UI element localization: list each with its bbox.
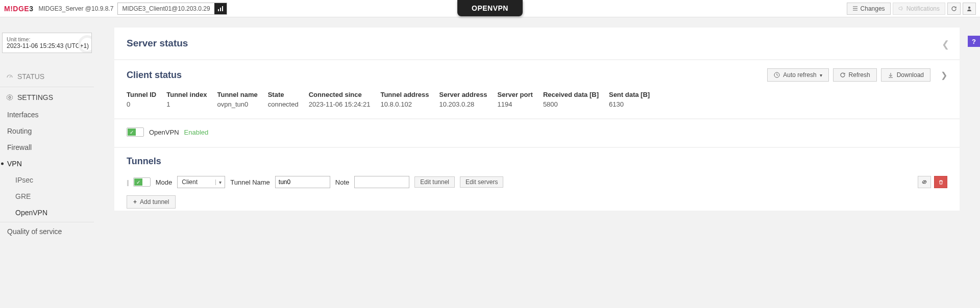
nav-ipsec[interactable]: IPsec	[0, 172, 94, 188]
content: Server status ❮ Client status Auto refre…	[94, 17, 980, 240]
unit-time-value: 2023-11-06 15:25:43 (UTC+1)	[7, 42, 87, 49]
user-icon	[966, 6, 972, 12]
drag-handle-icon[interactable]: ||	[127, 178, 128, 186]
th-server-address: Server address	[439, 91, 487, 98]
nav-settings[interactable]: SETTINGS	[0, 88, 94, 107]
nav-openvpn[interactable]: OpenVPN	[0, 204, 94, 221]
check-icon: ✓	[128, 129, 136, 136]
link-icon	[921, 179, 927, 185]
td-tunnel-name: ovpn_tun0	[217, 100, 257, 108]
reload-icon	[951, 6, 957, 12]
reload-button[interactable]	[947, 3, 961, 15]
tunnel-name-label: Tunnel Name	[230, 178, 270, 186]
svg-line-7	[10, 76, 11, 78]
mode-select[interactable]: Client ▾	[177, 176, 225, 188]
nav-vpn[interactable]: VPN	[0, 156, 94, 172]
unit-time-box: Unit time: 2023-11-06 15:25:43 (UTC+1)	[2, 33, 92, 53]
chevron-down-icon: ▾	[820, 72, 822, 78]
edit-tunnel-button[interactable]: Edit tunnel	[414, 176, 455, 188]
reload-icon	[840, 72, 846, 78]
openvpn-toggle-section: ✓ OpenVPN Enabled	[114, 119, 960, 147]
th-tunnel-index: Tunnel index	[166, 91, 207, 98]
trash-icon	[938, 179, 944, 185]
edit-servers-button[interactable]: Edit servers	[460, 176, 503, 188]
chevron-left-icon[interactable]: ❮	[942, 39, 949, 50]
td-tunnel-index: 1	[166, 100, 207, 108]
tunnel-enable-toggle[interactable]: ✓	[133, 177, 151, 187]
note-input[interactable]	[354, 176, 409, 188]
th-tunnel-address: Tunnel address	[380, 91, 429, 98]
nav-interfaces[interactable]: Interfaces	[0, 107, 94, 123]
delete-button[interactable]	[934, 176, 947, 188]
page-title: OPENVPN	[457, 0, 523, 16]
server-status-card: Server status ❮	[114, 28, 960, 59]
th-state: State	[268, 91, 299, 98]
nav-firewall[interactable]: Firewall	[0, 139, 94, 156]
megaphone-icon	[898, 6, 904, 11]
client-status-table: Tunnel ID0 Tunnel index1 Tunnel nameovpn…	[127, 91, 947, 108]
refresh-ring-icon	[78, 35, 92, 53]
svg-rect-0	[218, 9, 219, 11]
clock-icon	[774, 72, 780, 78]
th-received: Received data [B]	[543, 91, 599, 98]
tunnel-row: || ✓ Mode Client ▾ Tunnel Name Note Edit…	[127, 176, 947, 188]
nav-qos[interactable]: Quality of service	[0, 223, 94, 240]
collapse-icon[interactable]: ❯	[941, 70, 947, 80]
td-tunnel-id: 0	[127, 100, 156, 108]
unit-time-label: Unit time:	[7, 36, 87, 42]
svg-rect-2	[222, 6, 223, 11]
tunnels-title: Tunnels	[127, 156, 947, 167]
refresh-button[interactable]: Refresh	[833, 68, 877, 82]
openvpn-label: OpenVPN	[149, 129, 179, 136]
server-status-title: Server status	[127, 38, 947, 49]
plus-icon: +	[133, 198, 137, 206]
server-label: MIDGE3_Server @10.9.8.7	[38, 5, 113, 12]
notifications-button[interactable]: Notifications	[893, 3, 945, 15]
td-state: connected	[268, 100, 299, 108]
client-status-title: Client status	[127, 70, 182, 81]
tunnel-name-input[interactable]	[275, 176, 330, 188]
user-button[interactable]	[963, 3, 976, 15]
mode-value: Client	[178, 178, 215, 186]
client-label: MIDGE3_Client01@10.203.0.29	[118, 5, 214, 12]
svg-rect-1	[220, 8, 221, 11]
client-selector[interactable]: MIDGE3_Client01@10.203.0.29	[117, 3, 227, 15]
add-tunnel-button[interactable]: + Add tunnel	[127, 195, 176, 209]
note-label: Note	[335, 178, 349, 186]
openvpn-state: Enabled	[184, 129, 209, 136]
top-bar: M!DGE3 MIDGE3_Server @10.9.8.7 MIDGE3_Cl…	[0, 0, 980, 17]
td-tunnel-address: 10.8.0.102	[380, 100, 429, 108]
list-icon	[852, 6, 858, 11]
client-status-section: Client status Auto refresh ▾ Refresh	[114, 60, 960, 118]
nav-routing[interactable]: Routing	[0, 123, 94, 139]
chevron-down-icon: ▾	[215, 179, 225, 185]
product-logo: M!DGE3	[4, 5, 33, 13]
signal-icon	[214, 3, 227, 14]
check-icon: ✓	[134, 178, 142, 186]
link-button[interactable]	[918, 176, 931, 188]
gear-icon	[6, 94, 13, 101]
nav-status[interactable]: STATUS	[0, 67, 94, 86]
th-server-port: Server port	[498, 91, 533, 98]
th-connected-since: Connected since	[309, 91, 371, 98]
download-icon	[888, 72, 894, 78]
svg-point-8	[9, 96, 11, 98]
sidebar: Unit time: 2023-11-06 15:25:43 (UTC+1) S…	[0, 17, 94, 240]
dashboard-icon	[6, 73, 13, 80]
td-received: 5800	[543, 100, 599, 108]
td-server-address: 10.203.0.28	[439, 100, 487, 108]
changes-button[interactable]: Changes	[847, 3, 891, 15]
td-connected-since: 2023-11-06 15:24:21	[309, 100, 371, 108]
openvpn-toggle[interactable]: ✓	[127, 127, 144, 137]
th-sent: Sent data [B]	[609, 91, 650, 98]
download-button[interactable]: Download	[881, 68, 930, 82]
td-server-port: 1194	[498, 100, 533, 108]
svg-point-6	[968, 6, 970, 8]
th-tunnel-id: Tunnel ID	[127, 91, 156, 98]
tunnels-section: Tunnels || ✓ Mode Client ▾ Tunnel Name N…	[114, 148, 960, 211]
td-sent: 6130	[609, 100, 650, 108]
auto-refresh-button[interactable]: Auto refresh ▾	[767, 68, 828, 82]
th-tunnel-name: Tunnel name	[217, 91, 257, 98]
nav-gre[interactable]: GRE	[0, 188, 94, 204]
mode-label: Mode	[156, 178, 173, 186]
